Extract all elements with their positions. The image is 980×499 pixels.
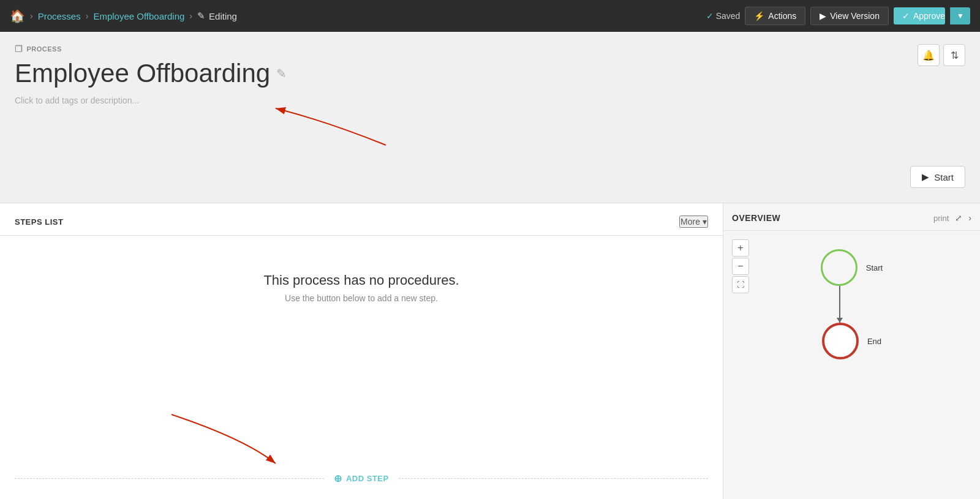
title-edit-icon[interactable]: ✎ [276, 66, 287, 81]
process-icon: ❐ [15, 44, 23, 54]
saved-label: Saved [716, 11, 741, 21]
diagram-connector [839, 286, 840, 323]
more-button[interactable]: More ▾ [679, 216, 708, 228]
approve-check-icon: ✓ [902, 11, 910, 21]
actions-label: Actions [768, 11, 796, 21]
end-node-circle [822, 323, 859, 359]
start-node-circle [821, 249, 858, 286]
end-node-container: End [822, 323, 881, 359]
approve-dropdown-button[interactable]: ▼ [950, 7, 970, 24]
zoom-controls: + − ⛶ [732, 239, 749, 293]
nav-chevron-2: › [86, 11, 89, 21]
end-node-label: End [867, 337, 881, 346]
overview-header-actions: print ⤢ › [933, 213, 971, 223]
nav-editing-state: ✎ Editing [197, 10, 237, 21]
bell-icon: 🔔 [922, 50, 935, 61]
steps-empty-state: This process has no procedures. Use the … [0, 236, 723, 340]
start-label: Start [934, 172, 954, 182]
dashed-line-right [399, 478, 708, 479]
zoom-out-button[interactable]: − [732, 258, 749, 275]
nav-chevron-3: › [189, 11, 192, 21]
process-label: ❐ PROCESS [15, 44, 965, 54]
overview-header: OVERVIEW print ⤢ › [723, 203, 980, 231]
nav-offboarding-link[interactable]: Employee Offboarding [93, 11, 184, 21]
view-version-button[interactable]: ▶ View Version [810, 7, 889, 25]
steps-panel: STEPS LIST More ▾ This process has no pr… [0, 203, 723, 499]
actions-button[interactable]: ⚡ Actions [745, 7, 805, 25]
start-node-container: Start [821, 249, 883, 286]
arrow-annotation-addstep [172, 415, 294, 470]
bell-button[interactable]: 🔔 [918, 44, 940, 66]
dashed-line-left [15, 478, 324, 479]
view-version-label: View Version [830, 11, 880, 21]
actions-lightning-icon: ⚡ [754, 11, 764, 21]
steps-header: STEPS LIST More ▾ [0, 203, 723, 236]
add-step-label: ADD STEP [346, 474, 389, 483]
tags-description[interactable]: Click to add tags or description... [15, 96, 965, 105]
overview-next-button[interactable]: › [968, 213, 971, 223]
editing-label: Editing [209, 11, 237, 21]
process-title-text: Employee Offboarding [15, 59, 270, 88]
add-step-plus-icon: ⊕ [334, 473, 342, 484]
start-play-icon: ▶ [922, 171, 929, 182]
start-node-label: Start [866, 263, 883, 272]
process-label-text: PROCESS [27, 45, 62, 53]
header-section: ❐ PROCESS Employee Offboarding ✎ Click t… [0, 32, 980, 203]
approve-label: Approve [913, 11, 945, 21]
steps-list-title: STEPS LIST [15, 217, 63, 227]
approve-button[interactable]: ✓ Approve [894, 7, 945, 24]
more-chevron-icon: ▾ [703, 217, 707, 227]
sort-button[interactable]: ⇅ [943, 44, 965, 66]
nav-chevron-1: › [30, 11, 33, 21]
overview-print-button[interactable]: print [933, 214, 949, 223]
add-step-area: ⊕ ADD STEP [0, 473, 723, 484]
top-navigation: 🏠 › Processes › Employee Offboarding › ✎… [0, 0, 980, 32]
pencil-icon: ✎ [197, 10, 205, 21]
zoom-in-button[interactable]: + [732, 239, 749, 257]
view-version-play-icon: ▶ [820, 11, 826, 21]
empty-state-subtitle: Use the button below to add a new step. [285, 293, 438, 303]
overview-expand-button[interactable]: ⤢ [955, 213, 962, 223]
main-content: STEPS LIST More ▾ This process has no pr… [0, 203, 980, 499]
sort-icon: ⇅ [951, 50, 959, 61]
overview-content: + − ⛶ Start End [723, 231, 980, 499]
header-right-icons: 🔔 ⇅ [918, 44, 965, 66]
approve-wrapper: ✓ Approve ▼ [894, 7, 970, 24]
saved-check-icon: ✓ [706, 11, 714, 21]
overview-diagram: Start End [723, 231, 980, 372]
nav-processes-link[interactable]: Processes [38, 11, 81, 21]
overview-panel: OVERVIEW print ⤢ › + − ⛶ Start [723, 203, 980, 499]
overview-title: OVERVIEW [732, 213, 780, 223]
empty-state-title: This process has no procedures. [263, 272, 459, 288]
start-button[interactable]: ▶ Start [910, 166, 965, 188]
more-label: More [680, 217, 700, 227]
process-title: Employee Offboarding ✎ [15, 59, 965, 88]
saved-status: ✓ Saved [706, 11, 741, 21]
home-icon[interactable]: 🏠 [10, 9, 25, 23]
zoom-fit-button[interactable]: ⛶ [732, 276, 749, 293]
add-step-button[interactable]: ⊕ ADD STEP [324, 473, 398, 484]
